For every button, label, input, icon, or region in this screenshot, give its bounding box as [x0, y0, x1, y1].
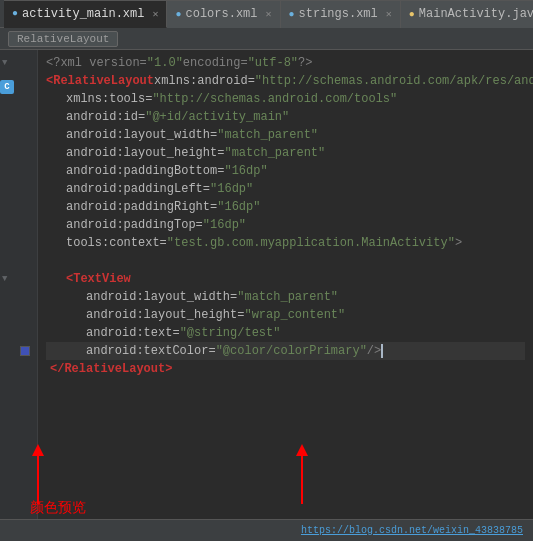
- code-line: android:layout_width="match_parent": [46, 126, 525, 144]
- gutter-line: [0, 306, 37, 324]
- color-swatch: [20, 346, 30, 356]
- gutter-line: [0, 288, 37, 306]
- tab-close-button[interactable]: ✕: [266, 8, 272, 20]
- code-line: android:layout_height="match_parent": [46, 144, 525, 162]
- blog-url[interactable]: https://blog.csdn.net/weixin_43838785: [301, 525, 523, 536]
- tab-colors[interactable]: ● colors.xml ✕: [167, 0, 280, 28]
- gutter-line: [0, 108, 37, 126]
- code-line: <?xml version="1.0" encoding="utf-8"?>: [46, 54, 525, 72]
- gutter-line: [0, 216, 37, 234]
- xml-icon: ●: [175, 9, 181, 20]
- gutter-line: [0, 342, 37, 360]
- code-editor[interactable]: <?xml version="1.0" encoding="utf-8"?> <…: [38, 50, 533, 519]
- tab-activity-main[interactable]: ● activity_main.xml ✕: [4, 0, 167, 28]
- gutter-line: [0, 180, 37, 198]
- tab-close-button[interactable]: ✕: [386, 8, 392, 20]
- fold-icon[interactable]: ▼: [2, 274, 7, 284]
- tab-label: colors.xml: [185, 7, 257, 21]
- gutter-line: ▼: [0, 270, 37, 288]
- java-icon: ●: [409, 9, 415, 20]
- tab-close-button[interactable]: ✕: [152, 8, 158, 20]
- code-line: [46, 252, 525, 270]
- line-gutter: ▼ ▼: [0, 50, 38, 519]
- fold-icon[interactable]: ▼: [2, 58, 7, 68]
- editor-container: C ▼ ▼ <?xml version="1.0" enc: [0, 50, 533, 519]
- tab-strings[interactable]: ● strings.xml ✕: [281, 0, 401, 28]
- gutter-line: [0, 162, 37, 180]
- gutter-line: [0, 198, 37, 216]
- tab-bar: ● activity_main.xml ✕ ● colors.xml ✕ ● s…: [0, 0, 533, 28]
- code-line: android:paddingBottom="16dp": [46, 162, 525, 180]
- gutter-line: [0, 144, 37, 162]
- tab-label: activity_main.xml: [22, 7, 144, 21]
- breadcrumb[interactable]: RelativeLayout: [8, 31, 118, 47]
- tab-label: MainActivity.java: [419, 7, 533, 21]
- code-line: </RelativeLayout>: [46, 360, 525, 378]
- gutter-line: ▼: [0, 54, 37, 72]
- xml-icon: ●: [289, 9, 295, 20]
- code-line: android:paddingTop="16dp": [46, 216, 525, 234]
- gutter-line: [0, 324, 37, 342]
- xml-icon: ●: [12, 8, 18, 19]
- code-line: android:layout_height="wrap_content": [46, 306, 525, 324]
- code-line: <TextView: [46, 270, 525, 288]
- code-line: android:text="@string/test": [46, 324, 525, 342]
- c-button[interactable]: C: [0, 80, 14, 94]
- code-line: android:id="@+id/activity_main": [46, 108, 525, 126]
- code-line: tools:context="test.gb.com.myapplication…: [46, 234, 525, 252]
- gutter-line: [0, 360, 37, 378]
- code-line: <RelativeLayout xmlns:android="http://sc…: [46, 72, 525, 90]
- code-line: android:paddingRight="16dp": [46, 198, 525, 216]
- code-line: android:layout_width="match_parent": [46, 288, 525, 306]
- bottom-bar: https://blog.csdn.net/weixin_43838785: [0, 519, 533, 541]
- code-line: android:paddingLeft="16dp": [46, 180, 525, 198]
- tab-label: strings.xml: [299, 7, 378, 21]
- gutter-line: [0, 234, 37, 252]
- gutter-line: [0, 252, 37, 270]
- tab-mainactivity[interactable]: ● MainActivity.java ✕: [401, 0, 533, 28]
- code-line: xmlns:tools="http://schemas.android.com/…: [46, 90, 525, 108]
- gutter-line: [0, 126, 37, 144]
- code-line-highlighted: android:textColor="@color/colorPrimary"/…: [46, 342, 525, 360]
- breadcrumb-bar: RelativeLayout: [0, 28, 533, 50]
